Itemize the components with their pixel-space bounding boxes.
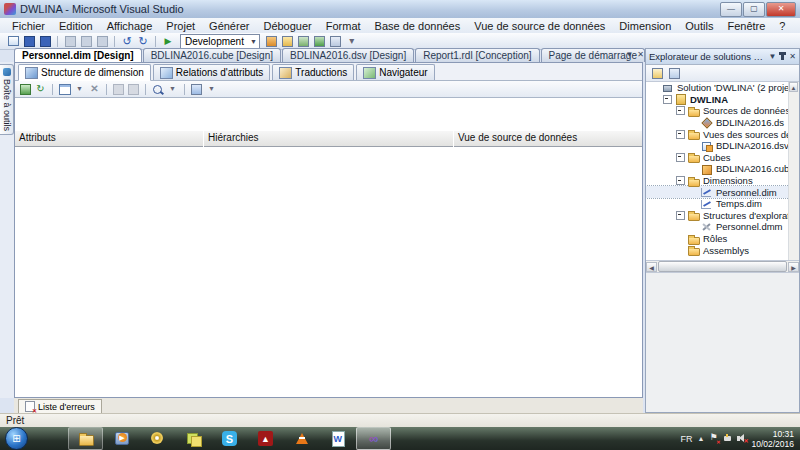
designer-subtab[interactable]: Navigateur — [356, 64, 434, 80]
save-all-icon[interactable] — [38, 35, 52, 48]
maximize-button[interactable]: ▢ — [743, 2, 765, 17]
zoom-dropdown-icon[interactable]: ▼ — [166, 83, 179, 96]
expand-collapse-icon[interactable] — [676, 153, 685, 162]
expand-collapse-icon[interactable] — [676, 176, 685, 185]
scrollbar-thumb[interactable] — [658, 261, 787, 272]
close-panel-icon[interactable]: ✕ — [789, 52, 796, 61]
new-project-icon[interactable] — [6, 35, 20, 48]
tree-item[interactable]: Structures d'exploration de donné — [646, 210, 799, 222]
redo-icon[interactable]: ↻ — [136, 35, 150, 48]
toolbar-overflow-icon[interactable]: ▾ — [345, 35, 359, 48]
paste-icon[interactable] — [95, 35, 109, 48]
save-icon[interactable] — [22, 35, 36, 48]
menu-item[interactable]: Base de données — [369, 19, 467, 33]
clock[interactable]: 10:31 10/02/2016 — [751, 429, 794, 449]
expand-collapse-icon[interactable] — [676, 106, 685, 115]
menu-item[interactable]: Générer — [203, 19, 255, 33]
reconnect-icon[interactable]: ↻ — [34, 83, 47, 96]
menu-item[interactable]: Affichage — [101, 19, 159, 33]
tree-item[interactable]: Vues des sources de données — [646, 128, 799, 140]
deploy-icon[interactable] — [265, 35, 279, 48]
scroll-right-icon[interactable]: ▶ — [788, 262, 799, 272]
taskbar-app-button[interactable] — [320, 427, 355, 450]
toolbox-tab[interactable]: Boîte à outils — [0, 64, 14, 135]
show-all-files-icon[interactable] — [667, 67, 681, 80]
properties-window-icon[interactable] — [281, 35, 295, 48]
taskbar-app-button[interactable]: ∞ — [356, 427, 391, 450]
taskbar-app-button[interactable] — [176, 427, 211, 450]
tree-item[interactable]: Solution 'DWLINA' (2 projets) — [646, 82, 799, 94]
tree-item[interactable]: BDLINA2016.dsv — [646, 140, 799, 152]
error-list-tab[interactable]: Liste d'erreurs — [18, 399, 102, 414]
expand-collapse-icon[interactable] — [676, 130, 685, 139]
delete-icon[interactable]: ✕ — [88, 83, 101, 96]
menu-item[interactable]: Déboguer — [257, 19, 317, 33]
layout-dropdown-icon[interactable]: ▼ — [205, 83, 218, 96]
command-window-icon[interactable] — [329, 35, 343, 48]
menu-item[interactable]: Outils — [679, 19, 719, 33]
volume-muted-icon[interactable] — [737, 434, 746, 443]
menu-item[interactable]: Fenêtre — [721, 19, 771, 33]
menu-item[interactable]: Edition — [53, 19, 99, 33]
process-icon[interactable] — [297, 35, 311, 48]
properties-icon[interactable] — [650, 67, 664, 80]
window-position-icon[interactable]: ▼ — [768, 52, 776, 61]
show-hidden-icons-icon[interactable]: ▲ — [698, 435, 705, 442]
power-icon[interactable] — [723, 434, 732, 443]
tree-item[interactable]: BDLINA2016.ds — [646, 117, 799, 129]
taskbar-app-button[interactable] — [68, 427, 103, 450]
tree-item[interactable]: Rôles — [646, 233, 799, 245]
designer-subtab[interactable]: Structure de dimension — [18, 64, 151, 81]
menu-item[interactable]: Format — [320, 19, 367, 33]
language-indicator[interactable]: FR — [681, 434, 693, 444]
tree-item[interactable]: Temps.dim — [646, 198, 799, 210]
taskbar-app-button[interactable] — [32, 427, 67, 450]
close-document-icon[interactable]: ✕ — [637, 50, 644, 60]
taskbar-app-button[interactable] — [140, 427, 175, 450]
chevron-down-icon[interactable]: ▼ — [73, 83, 86, 96]
tree-horizontal-scrollbar[interactable]: ◀ ▶ — [646, 261, 799, 273]
tree-item[interactable]: Dimensions — [646, 175, 799, 187]
taskbar-app-button[interactable]: S — [212, 427, 247, 450]
menu-item[interactable]: Vue de source de données — [468, 19, 611, 33]
scroll-left-icon[interactable]: ◀ — [646, 262, 657, 272]
active-files-dropdown-icon[interactable]: ▼ — [625, 50, 633, 60]
start-debug-icon[interactable]: ▶ — [161, 35, 175, 48]
expand-collapse-icon[interactable] — [663, 95, 672, 104]
close-button[interactable]: ✕ — [766, 2, 796, 17]
minimize-button[interactable]: — — [720, 2, 742, 17]
start-button[interactable]: ⊞ — [5, 427, 28, 450]
menu-item[interactable]: Fichier — [6, 19, 51, 33]
expand-collapse-icon[interactable] — [676, 211, 685, 220]
tree-item[interactable]: Personnel.dim — [646, 186, 799, 198]
attribute-list-icon[interactable] — [58, 83, 71, 96]
pin-icon[interactable] — [781, 53, 784, 60]
document-tab[interactable]: BDLINA2016.cube [Design] — [143, 48, 281, 62]
designer-subtab[interactable]: Relations d'attributs — [153, 64, 271, 80]
document-tab[interactable]: Report1.rdl [Conception] — [415, 48, 539, 62]
zoom-icon[interactable] — [151, 83, 164, 96]
tree-item[interactable]: DWLINA — [646, 94, 799, 106]
build-configuration-combo[interactable]: Development ▼ — [180, 34, 260, 49]
tree-vertical-scrollbar[interactable]: ▲ — [788, 82, 799, 260]
cut-icon[interactable] — [63, 35, 77, 48]
undo-icon[interactable]: ↺ — [120, 35, 134, 48]
scroll-up-icon[interactable]: ▲ — [789, 82, 798, 92]
tree-item[interactable]: BDLINA2016.cube — [646, 163, 799, 175]
action-center-icon[interactable] — [709, 434, 718, 443]
tree-item[interactable]: Personnel.dmm — [646, 221, 799, 233]
tree-item[interactable]: Cubes — [646, 152, 799, 164]
taskbar-app-button[interactable] — [284, 427, 319, 450]
show-output-icon[interactable] — [313, 35, 327, 48]
process-icon[interactable] — [19, 83, 32, 96]
menu-item[interactable]: Dimension — [613, 19, 677, 33]
menu-item[interactable]: ? — [773, 19, 791, 33]
menu-item[interactable]: Projet — [160, 19, 201, 33]
tree-item[interactable]: Sources de données — [646, 105, 799, 117]
copy-icon[interactable] — [79, 35, 93, 48]
taskbar-app-button[interactable] — [104, 427, 139, 450]
tree-item[interactable]: Assemblys — [646, 244, 799, 256]
designer-subtab[interactable]: Traductions — [272, 64, 354, 80]
taskbar-app-button[interactable]: ▲ — [248, 427, 283, 450]
layout-icon[interactable] — [190, 83, 203, 96]
